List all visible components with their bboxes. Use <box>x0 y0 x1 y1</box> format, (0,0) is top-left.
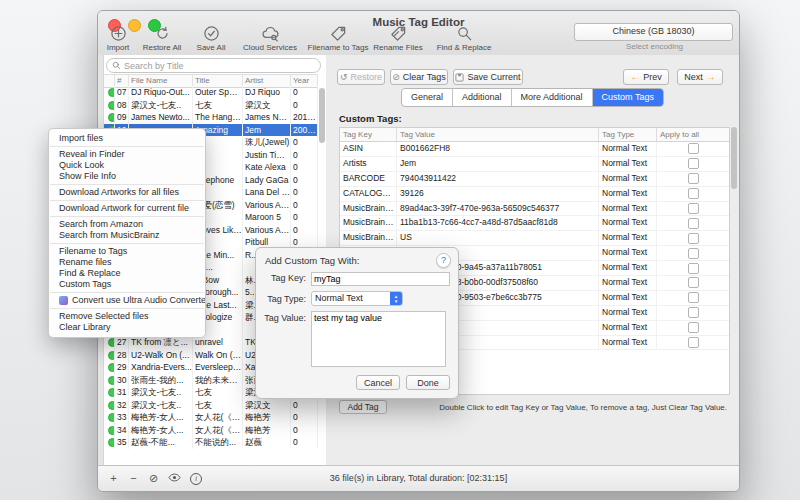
custom-tag-key: MusicBrainz Album Id <box>340 216 397 230</box>
done-button[interactable]: Done <box>406 375 450 390</box>
library-cell-file-name: 梁汉文-七友.. <box>129 386 193 399</box>
editor-scrollbar-thumb[interactable] <box>731 127 737 189</box>
library-row[interactable]: 34梅艳芳-女人...女人花(《女...梅艳芳0 <box>104 424 318 437</box>
library-scrollbar-thumb[interactable] <box>319 88 325 143</box>
apply-to-all-checkbox[interactable] <box>688 218 699 229</box>
editor-scrollbar[interactable] <box>731 85 737 462</box>
custom-tag-row[interactable]: BARCODE794043911422Normal Text <box>340 172 729 187</box>
menu-item-download-artwork-for-current-file[interactable]: Download Artwork for current file <box>49 203 205 214</box>
library-row[interactable]: 09James Newto...The Hanging...James Newt… <box>104 111 318 124</box>
custom-tag-value: Jem <box>397 157 599 171</box>
apply-to-all-checkbox[interactable] <box>688 143 699 154</box>
menu-item-custom-tags[interactable]: Custom Tags <box>49 279 205 290</box>
custom-tag-row[interactable]: CATALOGNUMBER39126Normal Text <box>340 187 729 202</box>
search-input[interactable]: Search by Title <box>106 58 321 73</box>
menu-item-find-replace[interactable]: Find & Replace <box>49 268 205 279</box>
menu-item-clear-library[interactable]: Clear Library <box>49 322 205 333</box>
apply-to-all-checkbox[interactable] <box>688 248 699 259</box>
library-row[interactable]: 08梁汉文-七友..七友梁汉文0 <box>104 99 318 112</box>
library-cell-artist: Maroon 5 <box>243 211 291 224</box>
menu-item-rename-files[interactable]: Rename files <box>49 257 205 268</box>
library-row[interactable]: 35赵薇-不能...不能说的...赵薇0 <box>104 436 318 449</box>
library-cell-year: 0 <box>291 424 318 437</box>
custom-tag-row[interactable]: MusicBrainz Album Artist Id89ad4ac3-39f7… <box>340 202 729 217</box>
tag-key-input[interactable] <box>311 272 450 286</box>
tab-custom-tags[interactable]: Custom Tags <box>593 89 663 106</box>
apply-to-all-checkbox[interactable] <box>688 263 699 274</box>
apply-to-all-checkbox[interactable] <box>688 292 699 303</box>
menu-item-download-artworks-for-all-files[interactable]: Download Artworks for all files <box>49 187 205 198</box>
custom-tag-key: BARCODE <box>340 172 397 186</box>
status-dot <box>108 363 115 372</box>
toolbar-save-all-button[interactable]: Save All <box>190 25 232 52</box>
prev-button[interactable]: ← Prev <box>623 69 669 85</box>
custom-tag-row[interactable]: ArtistsJemNormal Text <box>340 157 729 172</box>
save-current-button[interactable]: Save Current <box>453 69 523 85</box>
library-cell-title: 七友 <box>193 399 243 412</box>
library-cell-file-name: 梅艳芳-女人... <box>129 411 193 424</box>
next-button[interactable]: Next → <box>677 69 723 85</box>
status-dot <box>108 438 115 447</box>
library-cell-title: Outer Space <box>193 86 243 99</box>
custom-tags-column-header-tag-value: Tag Value <box>397 128 599 141</box>
menu-item-reveal-in-finder[interactable]: Reveal in Finder <box>49 149 205 160</box>
tab-general[interactable]: General <box>402 89 453 106</box>
custom-tag-apply-cell <box>657 291 729 305</box>
library-cell-year: 0 <box>291 436 318 449</box>
library-cell-year: 0 <box>291 211 318 224</box>
menu-item-import-files[interactable]: Import files <box>49 133 205 144</box>
library-cell-status <box>104 386 115 399</box>
library-cell-year: 0 <box>291 174 318 187</box>
menu-item-search-from-musicbrainz[interactable]: Search from MusicBrainz <box>49 230 205 241</box>
menu-item-convert-use-ultra-audio-converter[interactable]: Convert use Ultra Audio Converter <box>49 295 205 306</box>
tab-more-additional[interactable]: More Additional <box>512 89 593 106</box>
apply-to-all-checkbox[interactable] <box>688 322 699 333</box>
restore-button[interactable]: ↺ Restore <box>337 69 385 85</box>
toolbar-rename-files-button[interactable]: Rename Files <box>372 25 424 52</box>
search-placeholder: Search by Title <box>124 61 184 71</box>
library-row[interactable]: 32梁汉文-七友..七友梁汉文0 <box>104 399 318 412</box>
menu-separator <box>50 146 204 147</box>
encoding-select[interactable]: Chinese (GB 18030) <box>574 23 733 41</box>
menu-item-quick-look[interactable]: Quick Look <box>49 160 205 171</box>
tab-additional[interactable]: Additional <box>453 89 512 106</box>
menu-item-filename-to-tags[interactable]: Filename to Tags <box>49 246 205 257</box>
apply-to-all-checkbox[interactable] <box>688 188 699 199</box>
apply-to-all-checkbox[interactable] <box>688 203 699 214</box>
menu-item-label: Convert use Ultra Audio Converter <box>72 295 205 306</box>
library-row[interactable]: 33梅艳芳-女人...女人花(《女...梅艳芳0 <box>104 411 318 424</box>
menu-item-remove-selected-files[interactable]: Remove Selected files <box>49 311 205 322</box>
help-button[interactable]: ? <box>436 253 451 268</box>
tag-value-textarea[interactable]: test my tag value <box>311 311 446 367</box>
menu-item-show-file-info[interactable]: Show File Info <box>49 171 205 182</box>
menu-item-label: Remove Selected files <box>59 311 149 322</box>
clear-tags-button[interactable]: ⊘ Clear Tags <box>390 69 448 85</box>
add-tag-button[interactable]: Add Tag <box>339 400 387 414</box>
custom-tag-row[interactable]: MusicBrainz Album Release CountryUSNorma… <box>340 231 729 246</box>
apply-to-all-checkbox[interactable] <box>688 173 699 184</box>
apply-to-all-checkbox[interactable] <box>688 158 699 169</box>
apply-to-all-checkbox[interactable] <box>688 337 699 348</box>
library-cell-file-name: 梁汉文-七友.. <box>129 399 193 412</box>
tag-type-select[interactable]: Normal Text ▴▾ <box>311 291 403 306</box>
custom-tag-row[interactable]: ASINB001662FH8Normal Text <box>340 142 729 157</box>
context-menu: Import filesReveal in FinderQuick LookSh… <box>48 128 206 338</box>
toolbar-restore-all-button[interactable]: Restore All <box>136 25 188 52</box>
toolbar-cloud-services-button[interactable]: Cloud Services <box>238 25 302 52</box>
status-dot <box>108 113 115 122</box>
apply-to-all-checkbox[interactable] <box>688 277 699 288</box>
menu-item-search-from-amazon[interactable]: Search from Amazon <box>49 219 205 230</box>
apply-to-all-checkbox[interactable] <box>688 233 699 244</box>
toolbar-find-replace-button[interactable]: Find & Replace <box>432 25 496 52</box>
tag-type-label: Tag Type: <box>260 294 306 304</box>
library-cell-year: 0 <box>291 399 318 412</box>
toolbar-import-button[interactable]: Import <box>100 25 136 52</box>
library-cell-artist: Jem <box>243 124 291 137</box>
apply-to-all-checkbox[interactable] <box>688 307 699 318</box>
cancel-button[interactable]: Cancel <box>356 375 400 390</box>
custom-tag-type: Normal Text <box>599 336 657 350</box>
library-row[interactable]: 07DJ Riquo-Out...Outer SpaceDJ Riquo0 <box>104 86 318 99</box>
library-cell-artist: 梁汉文 <box>243 399 291 412</box>
custom-tag-row[interactable]: MusicBrainz Album Id11ba1b13-7c66-4cc7-a… <box>340 216 729 231</box>
toolbar-filename-to-tags-button[interactable]: Filename to Tags <box>306 25 370 52</box>
